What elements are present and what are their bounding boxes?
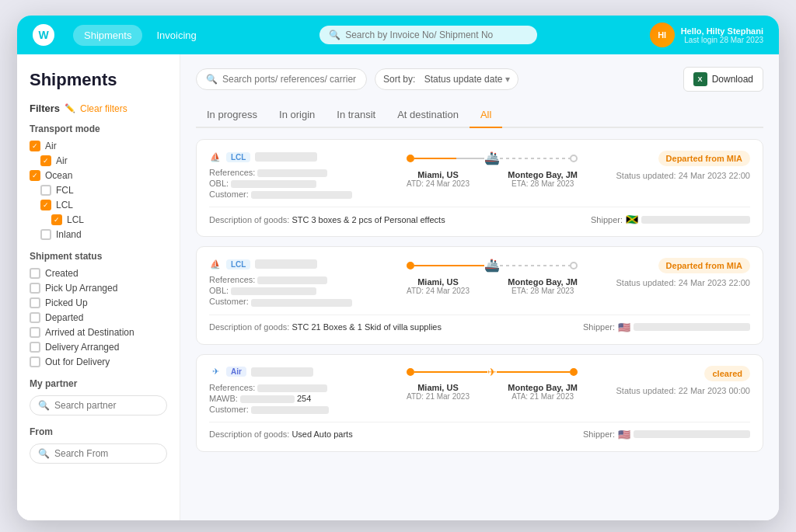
- partner-filter: My partner 🔍: [30, 378, 167, 416]
- content-toolbar: 🔍 Sort by: Status update date ▾ X Downlo…: [196, 67, 763, 92]
- checkbox-created[interactable]: Created: [30, 268, 167, 279]
- checkbox-picked-up[interactable]: Picked Up: [30, 297, 167, 308]
- checkbox-departed-box[interactable]: [30, 312, 40, 323]
- sort-value: Status update date: [424, 74, 503, 85]
- shipper-label: Shipper:: [583, 429, 615, 439]
- shipper-label: Shipper:: [583, 322, 615, 332]
- tab-at-destination[interactable]: At destination: [386, 103, 470, 128]
- shipment-tabs: In progress In origin In transit At dest…: [196, 103, 763, 128]
- logo: W: [33, 24, 54, 46]
- nav-tab-shipments[interactable]: Shipments: [73, 25, 142, 46]
- clear-filters-link[interactable]: Clear filters: [80, 103, 127, 114]
- user-hello: Hello, Hilty Stephani: [681, 26, 763, 36]
- shipper-flag: 🇺🇸: [618, 429, 630, 440]
- air-icon: ✈: [209, 366, 222, 378]
- dest-dot: [570, 368, 578, 376]
- nav-tabs: Shipments Invoicing: [73, 25, 208, 46]
- shipper-name: [641, 216, 750, 224]
- from-search-box[interactable]: 🔍: [30, 443, 167, 464]
- top-navigation: W Shipments Invoicing 🔍 HI Hello, Hilty …: [17, 16, 779, 54]
- checkbox-delivery-arranged-box[interactable]: [30, 342, 40, 353]
- partner-search-input[interactable]: [54, 400, 159, 411]
- nav-search-box[interactable]: 🔍: [319, 26, 537, 44]
- filters-header: Filters ✏️ Clear filters: [30, 103, 167, 114]
- ship-route-icon: 🚢: [484, 151, 500, 165]
- shipper-name: [634, 430, 750, 438]
- checkbox-created-box[interactable]: [30, 268, 40, 279]
- from-search-input[interactable]: [54, 448, 159, 459]
- shipment-card[interactable]: ✈ Air References: MAWB: 254 Customer: ✈: [196, 354, 763, 452]
- sort-selector[interactable]: Sort by: Status update date ▾: [375, 68, 518, 90]
- checkbox-inland-box[interactable]: [40, 229, 51, 240]
- checkbox-ocean[interactable]: Ocean: [30, 170, 167, 181]
- checkbox-out-for-delivery[interactable]: Out for Delivery: [30, 356, 167, 367]
- download-button[interactable]: X Download: [683, 67, 763, 92]
- status-badge: Departed from MIA: [658, 151, 750, 166]
- checkbox-air-2-box[interactable]: [40, 155, 51, 166]
- checkbox-picked-up-box[interactable]: [30, 297, 40, 308]
- origin-label: Miami, US ATD: 24 Mar 2023: [407, 277, 470, 295]
- checkbox-lcl-2-box[interactable]: [51, 214, 62, 225]
- checkbox-out-for-delivery-box[interactable]: [30, 356, 40, 367]
- card-references: References:: [209, 383, 389, 392]
- card-left-info: ⛵ LCL References: OBL: Customer:: [209, 258, 389, 308]
- origin-label: Miami, US ATD: 21 Mar 2023: [407, 383, 470, 401]
- page-title: Shipments: [30, 70, 167, 90]
- avatar: HI: [650, 23, 675, 47]
- origin-dot: [407, 368, 414, 376]
- dest-dot: [570, 262, 578, 269]
- route-remaining-line: [500, 158, 570, 159]
- checkbox-arrived-box[interactable]: [30, 327, 40, 338]
- checkbox-pickup-arranged-box[interactable]: [30, 283, 40, 294]
- shipment-type-badge: Air: [226, 367, 246, 377]
- checkbox-fcl-box[interactable]: [40, 185, 51, 196]
- nav-search-icon: 🔍: [329, 30, 340, 40]
- checkbox-arrived[interactable]: Arrived at Destination: [30, 327, 167, 338]
- checkbox-lcl-2[interactable]: LCL: [30, 214, 167, 225]
- air-route-icon: ✈: [487, 366, 497, 378]
- ports-search-icon: 🔍: [206, 74, 218, 85]
- checkbox-fcl[interactable]: FCL: [30, 185, 167, 196]
- checkbox-lcl-1-label: LCL: [56, 200, 73, 210]
- checkbox-lcl-1-box[interactable]: [40, 200, 51, 210]
- card-bottom: Description of goods: STC 3 boxes & 2 pc…: [209, 207, 750, 225]
- checkbox-inland[interactable]: Inland: [30, 229, 167, 240]
- checkbox-air-2[interactable]: Air: [30, 155, 167, 166]
- card-left-info: ✈ Air References: MAWB: 254 Customer:: [209, 366, 389, 416]
- checkbox-pickup-arranged[interactable]: Pick Up Arranged: [30, 283, 167, 294]
- checkbox-delivery-arranged[interactable]: Delivery Arranged: [30, 342, 167, 353]
- card-bottom: Description of goods: STC 21 Boxes & 1 S…: [209, 315, 750, 333]
- goods-description: Description of goods: STC 21 Boxes & 1 S…: [209, 322, 442, 332]
- shipper-flag: 🇯🇲: [626, 214, 638, 225]
- nav-search-input[interactable]: [345, 30, 528, 40]
- ports-search-box[interactable]: 🔍: [196, 68, 367, 90]
- partner-search-box[interactable]: 🔍: [30, 395, 167, 416]
- edit-filters-icon[interactable]: ✏️: [65, 103, 75, 113]
- ports-search-input[interactable]: [222, 74, 357, 85]
- checkbox-air-1[interactable]: Air: [30, 141, 167, 151]
- shipments-list-area: 🔍 Sort by: Status update date ▾ X Downlo…: [180, 54, 779, 520]
- checkbox-ocean-box[interactable]: [30, 170, 40, 181]
- tab-in-origin[interactable]: In origin: [268, 103, 326, 128]
- nav-tab-invoicing[interactable]: Invoicing: [145, 25, 207, 46]
- ship-route-icon: 🚢: [484, 258, 500, 273]
- shipment-status-title: Shipment status: [30, 251, 167, 262]
- checkbox-air-1-box[interactable]: [30, 141, 40, 151]
- card-obl: OBL:: [209, 286, 389, 295]
- tab-all[interactable]: All: [470, 103, 502, 128]
- excel-icon: X: [693, 72, 707, 86]
- checkbox-departed[interactable]: Departed: [30, 312, 167, 323]
- checkbox-lcl-1[interactable]: LCL: [30, 200, 167, 210]
- partner-title: My partner: [30, 378, 167, 389]
- shipment-card[interactable]: ⛵ LCL References: OBL: Customer: 🚢: [196, 246, 763, 344]
- partner-search-icon: 🔍: [38, 400, 50, 411]
- dest-dot: [570, 155, 578, 162]
- card-route: 🚢 Miami, US ATD: 24 Mar 2023 Montego Bay…: [399, 151, 585, 188]
- tab-in-progress[interactable]: In progress: [196, 103, 268, 128]
- card-customer: Customer:: [209, 297, 389, 306]
- checkbox-pickup-arranged-label: Pick Up Arranged: [45, 283, 117, 294]
- user-menu[interactable]: HI Hello, Hilty Stephani Last login 28 M…: [650, 23, 763, 47]
- status-updated: Status updated: 24 Mar 2023 22:00: [616, 171, 750, 180]
- tab-in-transit[interactable]: In transit: [326, 103, 386, 128]
- shipment-card[interactable]: ⛵ LCL References: OBL: Customer: 🚢: [196, 139, 763, 237]
